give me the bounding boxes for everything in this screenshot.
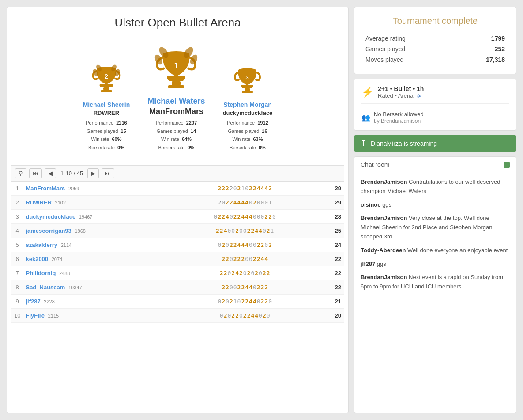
player-rating-cell: 19347 (68, 285, 82, 290)
streaming-banner[interactable]: 🎙 DianaMirza is streaming (354, 135, 516, 152)
podium-first-handle: ManFromMars (147, 107, 205, 116)
score-sequence-cell: 2202420202022 (174, 266, 316, 280)
chat-author: jlf287 (361, 261, 375, 267)
tournament-subtype: Rated • Arena (378, 92, 424, 99)
podium-second: 2 Michael Sheerin RDWRER Performance 211… (74, 56, 139, 156)
table-row: 8 Sad_Nauseam 19347 220022440222 22 (11, 280, 344, 294)
podium-first-number: 1 (174, 61, 178, 70)
podium-second-player-name[interactable]: Michael Sheerin (83, 101, 130, 109)
player-rating-cell: 19467 (79, 214, 93, 219)
table-row: 3 duckymcduckface 19467 0224022444000220… (11, 209, 344, 223)
table-row: 5 szakalderry 2114 02022444002202 24 (11, 238, 344, 252)
player-rating-cell: 2102 (55, 200, 66, 205)
player-cell: Philidornig 2488 (23, 266, 174, 280)
player-name-cell[interactable]: szakalderry (26, 242, 57, 248)
chat-author: BrendanJamison (361, 274, 407, 280)
microphone-icon: 🎙 (360, 140, 367, 148)
first-page-button[interactable]: ⏮ (29, 168, 42, 178)
trophy-second: 2 (91, 60, 122, 95)
podium-third-number: 3 (246, 74, 249, 81)
page-wrapper: Ulster Open Bullet Arena (0, 0, 523, 420)
table-row: 4 jamescorrigan93 1868 224002002244021 2… (11, 223, 344, 238)
player-name-cell[interactable]: ManFromMars (26, 185, 65, 192)
search-button[interactable]: ⚲ (15, 168, 26, 178)
rank-cell: 8 (11, 280, 23, 294)
average-rating-row: Average rating 1799 (365, 33, 505, 44)
player-name-cell[interactable]: FlyFire (26, 312, 45, 319)
no-berserk-label: No Berserk allowed (374, 111, 424, 117)
last-page-button[interactable]: ⏭ (102, 168, 114, 178)
player-name-cell[interactable]: kek2000 (26, 256, 48, 262)
podium-third: 3 Stephen Morgan duckymcduckface Perform… (214, 58, 282, 156)
player-cell: jamescorrigan93 1868 (23, 223, 174, 238)
score-cell: 24 (316, 238, 344, 252)
chat-text: Well done everyone an enjoyable event (406, 247, 508, 254)
player-rating-cell: 2228 (44, 299, 54, 304)
svg-rect-15 (245, 88, 250, 91)
chat-message: BrendanJamison Contratulations to our we… (361, 178, 510, 196)
svg-rect-9 (168, 85, 184, 88)
games-played-row: Games played 252 (365, 44, 505, 54)
player-rating-cell: 2488 (59, 271, 70, 276)
player-cell: FlyFire 2115 (23, 308, 174, 322)
player-cell: Sad_Nauseam 19347 (23, 280, 174, 294)
player-rating-cell: 2074 (52, 257, 62, 262)
chat-card: Chat room BrendanJamison Contratulations… (354, 156, 516, 413)
table-row: 10 FlyFire 2115 0202202244020 20 (11, 308, 344, 322)
podium-third-player-name[interactable]: Stephen Morgan (223, 101, 273, 109)
player-name-cell[interactable]: jamescorrigan93 (26, 227, 71, 234)
score-cell: 28 (316, 209, 344, 223)
next-page-button[interactable]: ▶ (87, 168, 99, 178)
player-rating-cell: 2059 (68, 186, 79, 191)
score-sequence-cell: 02022444002202 (174, 238, 316, 252)
left-panel: Ulster Open Bullet Arena (7, 7, 349, 413)
table-row: 2 RDWRER 2102 20224444020001 29 (11, 195, 344, 209)
tournament-meta-card: ⚡ 2+1 • Bullet • 1h Rated • Arena 👥 No B… (354, 79, 516, 131)
score-cell: 22 (316, 252, 344, 266)
created-by-label: by BrendanJamison (374, 118, 421, 124)
player-name-cell[interactable]: Philidornig (26, 270, 56, 276)
score-cell: 21 (316, 294, 344, 308)
score-cell: 25 (316, 223, 344, 238)
player-name-cell[interactable]: Sad_Nauseam (26, 284, 65, 291)
moves-played-row: Moves played 17,318 (365, 54, 505, 65)
no-berserk-row: 👥 No Berserk allowed by BrendanJamison (361, 107, 509, 124)
svg-rect-16 (242, 91, 253, 93)
player-rating-cell: 2115 (48, 313, 59, 318)
table-row: 6 kek2000 2074 220222002244 22 (11, 252, 344, 266)
rank-cell: 3 (11, 209, 23, 223)
chat-message: jlf287 ggs (361, 260, 510, 269)
chat-online-indicator (504, 162, 510, 168)
player-cell: kek2000 2074 (23, 252, 174, 266)
rank-cell: 10 (11, 308, 23, 322)
player-name-cell[interactable]: duckymcduckface (26, 213, 75, 220)
table-row: 7 Philidornig 2488 2202420202022 22 (11, 266, 344, 280)
podium-first-player-name[interactable]: Michael Waters (147, 97, 205, 106)
chat-author: oisinoc (361, 201, 381, 208)
player-name-cell[interactable]: jlf287 (26, 298, 40, 305)
podium-first-stats: Performance 2207 Games played 14 Win rat… (147, 119, 205, 152)
gear-icon[interactable] (415, 93, 421, 99)
lightning-icon: ⚡ (361, 87, 373, 98)
svg-rect-8 (172, 81, 181, 85)
score-cell: 29 (316, 195, 344, 209)
score-sequence-cell: 220222002244 (174, 252, 316, 266)
podium-second-number: 2 (105, 73, 108, 80)
player-cell: jlf287 2228 (23, 294, 174, 308)
score-sequence-cell: 02021022440220 (174, 294, 316, 308)
player-cell: duckymcduckface 19467 (23, 209, 174, 223)
rank-cell: 2 (11, 195, 23, 209)
player-name-cell[interactable]: RDWRER (26, 199, 52, 206)
chat-text: ggs (381, 201, 392, 208)
rank-cell: 6 (11, 252, 23, 266)
table-row: 9 jlf287 2228 02021022440220 21 (11, 294, 344, 308)
chat-author: BrendanJamison (361, 178, 407, 185)
score-sequence-cell: 224002002244021 (174, 223, 316, 238)
table-row: 1 ManFromMars 2059 22220210224442 29 (11, 182, 344, 196)
rank-cell: 4 (11, 223, 23, 238)
chat-title: Chat room (361, 161, 389, 168)
chat-header: Chat room (354, 157, 516, 173)
prev-page-button[interactable]: ◀ (45, 168, 56, 178)
chat-text: ggs (375, 261, 386, 267)
rank-cell: 5 (11, 238, 23, 252)
